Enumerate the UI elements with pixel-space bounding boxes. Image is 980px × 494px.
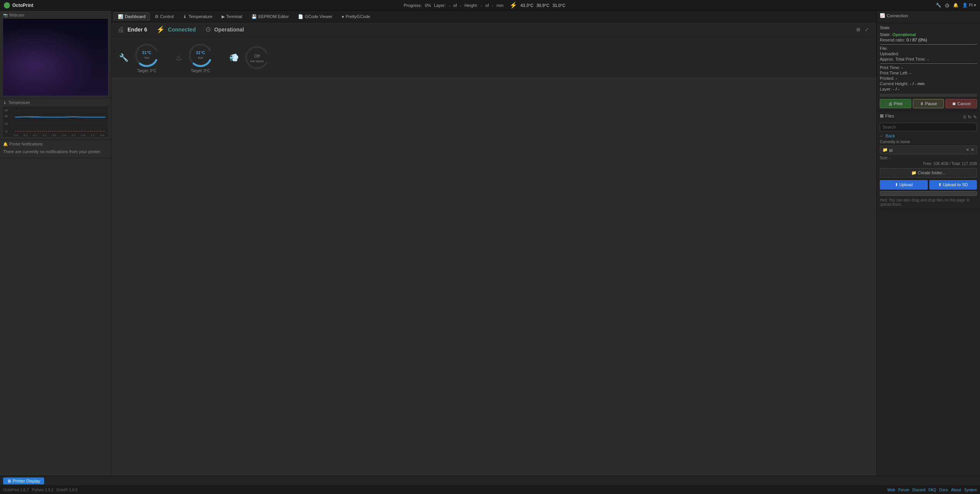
bell-small-icon: 🔔 xyxy=(3,142,8,146)
folder-plus-icon: 📁 xyxy=(911,170,917,175)
operational-status: Operational xyxy=(214,26,244,33)
upload-buttons: ⬆ Upload ⬆ Upload to SD xyxy=(880,180,977,190)
faq-link[interactable]: FAQ xyxy=(929,488,936,492)
currently-in: Currently in home xyxy=(880,140,977,144)
state-value: Operational xyxy=(892,32,916,37)
tab-gcode[interactable]: 📄 GCode Viewer xyxy=(294,12,336,21)
progress-bar-container xyxy=(880,94,977,97)
svg-rect-2 xyxy=(23,34,88,84)
resize-button[interactable]: ⊞ xyxy=(855,26,862,33)
files-refresh-button[interactable]: ↻ xyxy=(968,114,972,120)
system-link[interactable]: System xyxy=(964,488,977,492)
search-input[interactable] xyxy=(880,123,977,131)
webcam-title: 📷 Webcam xyxy=(3,13,108,17)
wrench-icon[interactable]: 🔧 xyxy=(936,3,941,8)
files-section: ▦ Files ⎘ ↻ ✎ ← Back Currently in home 📁… xyxy=(877,111,980,209)
svg-text:-2.9: -2.9 xyxy=(61,134,66,137)
svg-text:31°C: 31°C xyxy=(196,50,205,55)
upload-button[interactable]: ⬆ Upload xyxy=(880,180,928,190)
camera-icon: 📷 xyxy=(3,13,8,17)
upload-sd-button[interactable]: ⬆ Upload to SD xyxy=(929,180,977,190)
folder-close-btn[interactable]: ✕ xyxy=(971,147,974,152)
resend-row: Resend ratio: 0 / 87 (0%) xyxy=(880,38,977,42)
printer-name-item: 🖨 Ender 6 xyxy=(118,26,147,34)
svg-marker-11 xyxy=(54,46,58,50)
temp-icon: 🌡 xyxy=(183,14,187,19)
connection-section: 📈 Connection xyxy=(877,11,980,23)
bell-icon[interactable]: 🔔 xyxy=(953,3,958,8)
folder-item-actions: ✕ ✕ xyxy=(966,147,974,152)
action-buttons: 🖨 Print ⏸ Pause ⏹ Cancel xyxy=(880,99,977,108)
state-label: State: xyxy=(880,32,891,37)
tool-target: Target: 0°C xyxy=(137,69,156,73)
progress-value: 0% xyxy=(425,3,431,8)
tabs-bar: 📊 Dashboard ⚙ Control 🌡 Temperature ▶ Te… xyxy=(111,11,876,22)
create-folder-button[interactable]: 📁 Create folder... xyxy=(880,168,977,178)
python-version: Python 3.9.2 xyxy=(32,488,53,492)
uploaded-label: Uploaded: xyxy=(880,51,899,56)
pause-button[interactable]: ⏸ Pause xyxy=(913,99,944,108)
svg-text:-5.2: -5.2 xyxy=(23,134,28,137)
back-label[interactable]: Back xyxy=(886,134,895,138)
svg-text:-1.8: -1.8 xyxy=(81,134,85,137)
svg-text:40: 40 xyxy=(5,109,8,112)
files-edit-button[interactable]: ✎ xyxy=(973,114,977,120)
web-link[interactable]: Web xyxy=(887,488,895,492)
about-link[interactable]: About xyxy=(951,488,961,492)
notifications-section: 🔔 Printer Notifications There are curren… xyxy=(0,140,111,158)
tool-icon: 🔧 xyxy=(119,53,129,62)
status-actions: ⊞ ⤢ xyxy=(855,26,870,33)
approx-row: Approx. Total Print Time: - xyxy=(880,57,977,61)
tab-terminal[interactable]: ▶ Terminal xyxy=(217,12,247,21)
svg-text:-4.7: -4.7 xyxy=(33,134,37,137)
tool-gauge-group: 🔧 31°C Tool Target: 0°C xyxy=(119,42,160,73)
approx-value: - xyxy=(927,57,929,61)
temp3-value: 31.0°C xyxy=(553,3,566,8)
tab-control[interactable]: ⚙ Control xyxy=(151,12,178,21)
current-height-value: - / - mm xyxy=(910,81,925,86)
fullscreen-button[interactable]: ⤢ xyxy=(863,26,870,33)
print-time-left-row: Print Time Left: - xyxy=(880,71,977,75)
tab-pretty[interactable]: ● PrettyGCode xyxy=(337,12,374,20)
files-copy-button[interactable]: ⎘ xyxy=(963,114,966,120)
tab-temperature[interactable]: 🌡 Temperature xyxy=(179,12,217,20)
print-time-label: Print Time: xyxy=(880,65,900,70)
current-height-row: Current Height: - / - mm xyxy=(880,81,977,86)
svg-text:10: 10 xyxy=(5,122,8,126)
cancel-button[interactable]: ⏹ Cancel xyxy=(945,99,977,108)
layer-state-label: Layer: xyxy=(880,87,892,91)
forum-link[interactable]: Forum xyxy=(898,488,909,492)
extra-upload-button[interactable] xyxy=(880,191,977,196)
print-button[interactable]: 🖨 Print xyxy=(880,99,911,108)
layer-row: Layer: - / - xyxy=(880,87,977,91)
bed-gauge-wrapper: 31°C Bed Target: 0°C xyxy=(187,42,214,73)
hint-text: Hint: You can also drag and drop files o… xyxy=(880,198,977,207)
discord-link[interactable]: Discord xyxy=(912,488,925,492)
svg-text:-3.5: -3.5 xyxy=(52,134,56,137)
folder-delete-btn[interactable]: ✕ xyxy=(966,147,969,152)
printer-status-bar: 🖨 Ender 6 ⚡ Connected ⚙ Operational ⊞ ⤢ xyxy=(111,22,876,37)
webcam-svg xyxy=(3,19,108,96)
svg-text:-5.8: -5.8 xyxy=(13,134,18,137)
fan-gauge-group: 💨 Off Fan Speed xyxy=(229,44,270,71)
height-label: Height: xyxy=(464,3,478,8)
power-icon[interactable]: ⏻ xyxy=(945,3,949,8)
svg-rect-1 xyxy=(4,19,108,96)
printer-display-item[interactable]: 🖥 Printer Display xyxy=(3,477,44,484)
tab-dashboard[interactable]: 📊 Dashboard xyxy=(114,12,150,21)
docs-link[interactable]: Docs xyxy=(939,488,948,492)
topbar-right: 🔧 ⏻ 🔔 👤 Pi ▾ xyxy=(936,3,976,8)
gcode-icon: 📄 xyxy=(298,14,303,19)
temp1-display: 43.3°C xyxy=(520,3,533,8)
tab-eeprom[interactable]: 💾 EEPROM Editor xyxy=(247,12,293,21)
print-time-left-label: Print Time Left: xyxy=(880,71,908,75)
file-label: File: xyxy=(880,46,888,51)
of-label: of xyxy=(454,3,457,8)
user-icon[interactable]: 👤 Pi ▾ xyxy=(962,3,976,8)
printed-value: - xyxy=(896,76,897,81)
svg-rect-10 xyxy=(49,43,62,46)
state-row: State: Operational xyxy=(880,32,977,37)
thermometer-icon: 🌡 xyxy=(3,101,7,105)
topbar: OctoPrint Progress: 0% Layer: - of - Hei… xyxy=(0,0,980,11)
resend-label: Resend ratio: xyxy=(880,38,905,42)
